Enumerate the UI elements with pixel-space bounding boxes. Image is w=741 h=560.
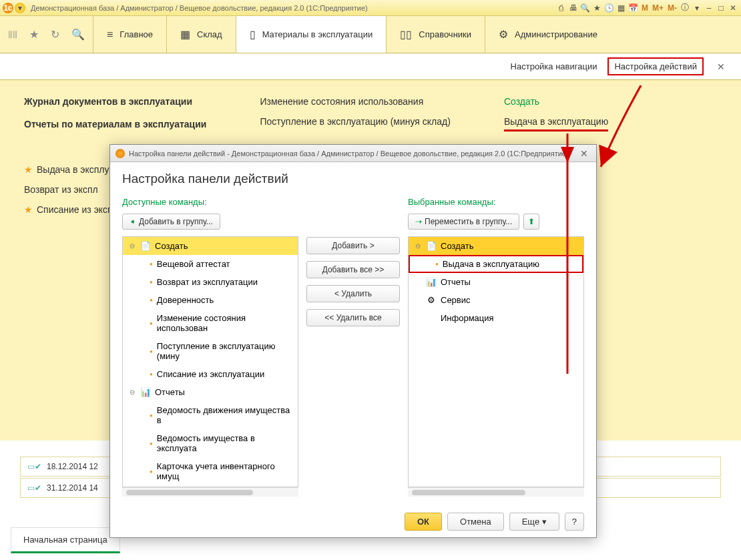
apps-icon[interactable]: ⫴⫴: [8, 29, 17, 41]
collapse-icon[interactable]: ⊖: [128, 388, 136, 396]
toolbar-icon-4[interactable]: ★: [592, 3, 603, 13]
dialog-icon: [115, 149, 125, 158]
bullet-icon: ●: [150, 297, 153, 303]
bullet-icon: ●: [150, 261, 153, 267]
m-button[interactable]: M: [640, 3, 650, 13]
tree-group-reports[interactable]: 📊Отчеты: [409, 273, 583, 291]
tree-item[interactable]: ●Карточка учета инвентарного имущ: [123, 457, 298, 485]
row-icon: ▭✔: [27, 483, 41, 493]
star-icon: ★: [24, 164, 33, 175]
tree-group-create[interactable]: ⊖📄Создать: [409, 237, 583, 255]
window-titlebar: 1c ▾ Демонстрационная база / Администрат…: [0, 0, 741, 16]
dialog-close-icon[interactable]: ✕: [577, 148, 591, 159]
more-button[interactable]: Еще ▾: [509, 513, 559, 531]
tree-item[interactable]: ●Ведомость имущества в эксплуата: [123, 429, 298, 457]
add-all-button[interactable]: Добавить все >>: [306, 261, 400, 278]
history-icon[interactable]: ↻: [51, 28, 59, 41]
link-receipt[interactable]: Поступление в эксплуатацию (минуя склад): [260, 116, 451, 127]
remove-button[interactable]: < Удалить: [306, 285, 400, 302]
toolbar-icon-1[interactable]: ⎙: [556, 3, 567, 13]
dialog-title-text: Настройка панели действий - Демонстрацио…: [129, 150, 569, 158]
tree-item[interactable]: ●Возврат из эксплуатации: [123, 273, 298, 291]
nav-admin[interactable]: ⚙ Администрирование: [485, 16, 611, 53]
dropdown-icon-2[interactable]: ▾: [692, 3, 702, 13]
main-toolbar: ⫴⫴ ★ ↻ 🔍 ≡ Главное ▦ Склад ▯ Материалы в…: [0, 16, 741, 53]
move-up-button[interactable]: ⬆: [523, 214, 539, 230]
scroll-thumb[interactable]: [412, 490, 525, 495]
toolbar-icon-2[interactable]: 🖶: [568, 3, 579, 13]
selected-tree[interactable]: ⊖📄Создать ●Выдача в эксплуатацию 📊Отчеты…: [408, 236, 584, 487]
tab-home[interactable]: Начальная страница: [11, 527, 120, 553]
sub-close-icon[interactable]: ✕: [714, 61, 728, 72]
heading-create: Создать: [504, 96, 608, 107]
chevron-down-icon: ▾: [542, 517, 547, 527]
nav-main[interactable]: ≡ Главное: [93, 16, 166, 53]
dropdown-icon[interactable]: ▾: [15, 3, 25, 13]
tree-item[interactable]: ●Ведомость движения имущества в: [123, 401, 298, 429]
cancel-button[interactable]: Отмена: [447, 513, 504, 531]
move-to-group-button[interactable]: ⇢Переместить в группу...: [408, 214, 519, 230]
folder-icon: 📄: [426, 241, 437, 251]
minimize-icon[interactable]: –: [704, 3, 714, 13]
scrollbar[interactable]: [408, 487, 584, 497]
dialog-heading: Настройка панели действий: [122, 172, 584, 186]
help-button[interactable]: ?: [565, 513, 584, 531]
nav-warehouse[interactable]: ▦ Склад: [166, 16, 236, 53]
gear-icon: ⚙: [426, 295, 437, 305]
doc-icon: ▯: [250, 28, 256, 41]
heading-reports[interactable]: Отчеты по материалам в эксплуатации: [24, 119, 206, 129]
arrow-icon: ⇢: [415, 217, 422, 226]
grid-icon: ▦: [180, 28, 190, 41]
bullet-icon: ●: [150, 320, 153, 326]
tree-group-info[interactable]: Информация: [409, 309, 583, 327]
tree-item[interactable]: ●Поступление в эксплуатацию (мину: [123, 337, 298, 365]
scrollbar[interactable]: [122, 487, 298, 497]
action-settings-link[interactable]: Настройка действий: [607, 57, 704, 75]
transfer-buttons: Добавить > Добавить все >> < Удалить << …: [306, 197, 400, 497]
tree-item-issue[interactable]: ●Выдача в эксплуатацию: [409, 255, 583, 273]
list-icon: ≡: [107, 29, 113, 41]
tree-group-service[interactable]: ⚙Сервис: [409, 291, 583, 309]
tree-item[interactable]: ●Изменение состояния использован: [123, 309, 298, 337]
bullet-icon: ●: [435, 261, 439, 267]
heading-journal[interactable]: Журнал документов в эксплуатации: [24, 96, 206, 107]
nav-materials[interactable]: ▯ Материалы в эксплуатации: [236, 16, 387, 53]
tree-item[interactable]: ●Вещевой аттестат: [123, 255, 298, 273]
nav-catalogs[interactable]: ▯▯ Справочники: [386, 16, 485, 53]
close-icon[interactable]: ✕: [728, 3, 738, 13]
star-icon[interactable]: ★: [29, 28, 39, 41]
bullet-icon: ●: [150, 371, 153, 377]
ok-button[interactable]: ОК: [405, 513, 442, 531]
toolbar-icon-7[interactable]: 📅: [628, 3, 639, 13]
toolbar-icon-5[interactable]: 🕓: [604, 3, 615, 13]
toolbar-icon-3[interactable]: 🔍: [580, 3, 591, 13]
app-icon: 1c: [3, 3, 13, 13]
tree-item[interactable]: ●Списание из эксплуатации: [123, 365, 298, 383]
info-icon[interactable]: ⓘ: [680, 3, 690, 13]
link-status-change[interactable]: Изменение состояния использования: [260, 96, 451, 107]
tree-group-create[interactable]: ⊖📄Создать: [123, 237, 298, 255]
add-button[interactable]: Добавить >: [306, 237, 400, 254]
tree-group-reports[interactable]: ⊖📊Отчеты: [123, 383, 298, 401]
remove-all-button[interactable]: << Удалить все: [306, 309, 400, 326]
collapse-icon[interactable]: ⊖: [414, 242, 422, 250]
bullet-icon: ●: [150, 348, 153, 354]
scroll-thumb[interactable]: [126, 490, 253, 495]
collapse-icon[interactable]: ⊖: [128, 242, 136, 250]
link-issue-create[interactable]: Выдача в эксплуатацию: [504, 116, 608, 131]
available-label: Доступные команды:: [122, 197, 298, 207]
row-icon: ▭✔: [27, 462, 41, 471]
maximize-icon[interactable]: □: [716, 3, 726, 13]
add-to-group-button[interactable]: ➧Добавить в группу...: [122, 214, 220, 230]
nav-settings-link[interactable]: Настройка навигации: [511, 61, 597, 71]
toolbar-icon-6[interactable]: ▦: [616, 3, 627, 13]
bullet-icon: ●: [150, 279, 153, 285]
tree-item[interactable]: ●Доверенность: [123, 291, 298, 309]
available-tree[interactable]: ⊖📄Создать ●Вещевой аттестат ●Возврат из …: [122, 236, 298, 487]
m-minus-button[interactable]: M-: [666, 3, 678, 13]
m-plus-button[interactable]: M+: [651, 3, 665, 13]
chart-icon: 📊: [426, 277, 437, 287]
selected-label: Выбранные команды:: [408, 197, 584, 207]
dialog-footer: ОК Отмена Еще ▾ ?: [110, 506, 596, 537]
search-icon[interactable]: 🔍: [71, 28, 85, 41]
